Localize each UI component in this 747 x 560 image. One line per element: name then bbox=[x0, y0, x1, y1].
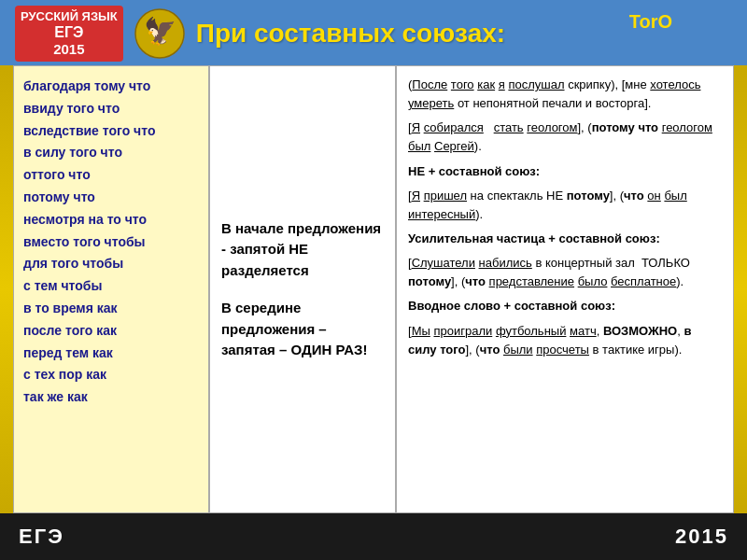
list-item: потому что bbox=[23, 187, 199, 209]
badge-year: 2015 bbox=[21, 41, 118, 58]
rules-column: В начале предложения - запятой НЕ раздел… bbox=[209, 65, 396, 513]
list-item: вместо того чтобы bbox=[23, 231, 199, 254]
list-item: ввиду того что bbox=[23, 98, 199, 120]
rule-block-2: В середине предложения – запятая – ОДИН … bbox=[221, 298, 384, 361]
right-decorative-strip bbox=[734, 65, 747, 513]
rule-2-text: В середине предложения – запятая – ОДИН … bbox=[221, 300, 367, 357]
toro-label: TorO bbox=[629, 11, 672, 33]
bottom-left-text: ЕГЭ bbox=[19, 525, 64, 549]
left-decorative-strip bbox=[0, 65, 13, 513]
example-2: [Я собирался стать геологом], (потому чт… bbox=[408, 119, 722, 156]
example-4: [Слушатели набились в концертный зал ТОЛ… bbox=[408, 254, 722, 291]
list-item: после того как bbox=[23, 320, 199, 343]
unions-list-column: благодаря тому что ввиду того что вследс… bbox=[13, 65, 209, 513]
list-item: с тех пор как bbox=[23, 364, 199, 386]
word-ya: Я bbox=[412, 120, 420, 134]
list-item: с тем чтобы bbox=[23, 275, 199, 298]
main-content: благодаря тому что ввиду того что вследс… bbox=[13, 65, 734, 513]
list-item: благодаря тому что bbox=[23, 76, 199, 98]
bottom-bar: ЕГЭ 2015 bbox=[0, 513, 747, 560]
word-hotelos: хотелось bbox=[650, 77, 700, 91]
ne-label: НЕ + составной союз: bbox=[408, 162, 722, 181]
list-item: для того чтобы bbox=[23, 253, 199, 275]
bottom-right-text: 2015 bbox=[675, 525, 728, 549]
header: РУССКИЙ ЯЗЫК ЕГЭ 2015 🦅 При составных со… bbox=[0, 0, 747, 65]
list-item: оттого что bbox=[23, 164, 199, 187]
example-3: [Я пришел на спектакль НЕ потому], (что … bbox=[408, 187, 722, 224]
example-5: [Мы проиграли футбольный матч, ВОЗМОЖНО,… bbox=[408, 322, 722, 359]
list-item: так же как bbox=[23, 386, 199, 409]
badge-subject: РУССКИЙ ЯЗЫК bbox=[21, 9, 118, 24]
usilenie-label: Усилительная частица + составной союз: bbox=[408, 230, 722, 248]
badge-ege: ЕГЭ bbox=[21, 23, 118, 41]
ege-badge: РУССКИЙ ЯЗЫК ЕГЭ 2015 bbox=[15, 6, 123, 63]
svg-text:🦅: 🦅 bbox=[143, 16, 176, 47]
list-item: в то время как bbox=[23, 298, 199, 320]
list-item: перед тем как bbox=[23, 343, 199, 365]
example-1: (После того как я послушал скрипку), [мн… bbox=[408, 76, 722, 113]
list-item: несмотря на то что bbox=[23, 209, 199, 231]
vvodnoe-label: Вводное слово + составной союз: bbox=[408, 297, 722, 315]
list-item: в силу того что bbox=[23, 142, 199, 164]
examples-column: (После того как я послушал скрипку), [мн… bbox=[396, 65, 734, 513]
rule-1-text: В начале предложения - запятой НЕ раздел… bbox=[221, 220, 381, 278]
rule-block-1: В начале предложения - запятой НЕ раздел… bbox=[221, 218, 384, 282]
word-poslushal: послушал bbox=[508, 77, 564, 91]
list-item: вследствие того что bbox=[23, 120, 199, 143]
coat-of-arms-icon: 🦅 bbox=[134, 8, 185, 59]
unions-list: благодаря тому что ввиду того что вследс… bbox=[23, 76, 199, 409]
